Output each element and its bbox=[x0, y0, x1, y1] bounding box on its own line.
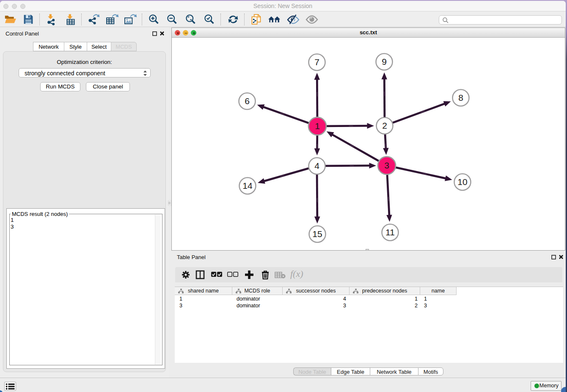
svg-text:3: 3 bbox=[384, 160, 389, 170]
svg-text:9: 9 bbox=[382, 57, 387, 66]
svg-text:4: 4 bbox=[314, 161, 319, 171]
svg-text:11: 11 bbox=[385, 227, 395, 237]
svg-text:6: 6 bbox=[245, 96, 250, 106]
svg-text:15: 15 bbox=[312, 229, 322, 239]
svg-text:14: 14 bbox=[242, 181, 253, 190]
svg-text:1: 1 bbox=[315, 121, 320, 131]
svg-text:8: 8 bbox=[458, 93, 463, 102]
svg-text:10: 10 bbox=[457, 177, 467, 187]
svg-text:7: 7 bbox=[314, 57, 319, 67]
svg-text:2: 2 bbox=[382, 121, 387, 130]
